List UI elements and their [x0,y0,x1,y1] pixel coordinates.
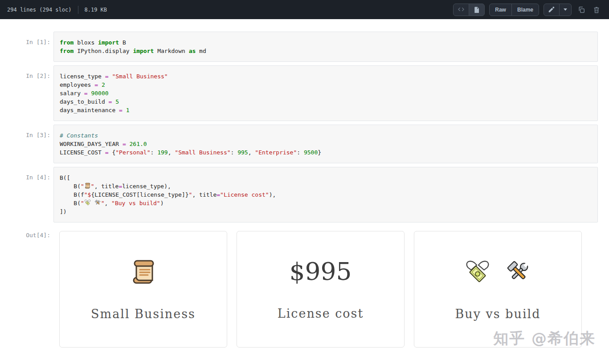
file-stats: 294 lines (294 sloc) 8.19 KB [7,6,107,14]
code-cell: # Constants WORKING_DAYS_YEAR = 261.0 LI… [53,125,598,163]
notebook-view: In [1]:from bloxs import B from IPython.… [0,19,609,348]
cell-prompt: In [4]: [0,167,53,222]
code-cell: license_type = "Small Business" employee… [53,65,598,121]
file-rendered-icon [473,6,480,13]
edit-button[interactable] [544,4,560,16]
raw-blame-group: Raw Blame [489,4,539,16]
money-wings-icon [84,199,91,206]
scroll-icon [129,258,158,287]
watermark: 知乎 @希伯来 [493,328,596,349]
cell-prompt: In [2]: [0,65,53,121]
card-value: $995 [290,256,352,287]
file-header: 294 lines (294 sloc) 8.19 KB Raw Blame [0,0,609,19]
notebook-cell-row: In [1]:from bloxs import B from IPython.… [0,32,598,62]
code-icon [458,6,465,13]
card-icon-area [465,257,531,287]
blob-view-toggle [453,4,485,16]
chevron-down-icon [564,8,567,11]
display-source-button[interactable] [453,4,469,16]
output-prompt: Out[4]: [0,231,53,348]
money-with-wings-icon [465,259,490,285]
file-size: 8.19 KB [85,7,107,12]
card-license-cost: $995 License cost [237,231,405,348]
notebook-cell-row: In [4]:B([ B("", title=license_type), B(… [0,167,598,222]
tools-icon [94,199,101,206]
pencil-icon [548,6,555,13]
notebook-cell-row: In [2]:license_type = "Small Business" e… [0,65,598,121]
cell-prompt: In [3]: [0,125,53,163]
trash-icon [593,6,600,13]
code-cell: from bloxs import B from IPython.display… [53,32,598,62]
hammer-and-wrench-icon [506,259,531,285]
file-actions: Raw Blame [449,4,602,16]
notebook-cells: In [1]:from bloxs import B from IPython.… [0,32,609,222]
code-cell: B([ B("", title=license_type), B(f"${LIC… [53,167,598,222]
card-license-type: Small Business [59,231,227,348]
notebook-cell-row: In [3]:# Constants WORKING_DAYS_YEAR = 2… [0,125,598,163]
divider [78,6,78,14]
card-icon-area [129,257,158,287]
cell-prompt: In [1]: [0,32,53,62]
card-title: License cost [278,307,364,320]
file-lines-count: 294 lines (294 sloc) [7,7,72,12]
display-rendered-button[interactable] [469,4,485,16]
scroll-icon [84,182,91,189]
copy-icon [578,6,585,13]
copy-button[interactable] [576,4,587,15]
edit-group [544,4,572,16]
blame-button[interactable]: Blame [511,4,539,16]
delete-button[interactable] [591,4,602,15]
raw-button[interactable]: Raw [489,4,512,16]
card-title: Small Business [91,307,196,321]
card-title: Buy vs build [455,307,541,321]
edit-dropdown-button[interactable] [559,4,572,16]
